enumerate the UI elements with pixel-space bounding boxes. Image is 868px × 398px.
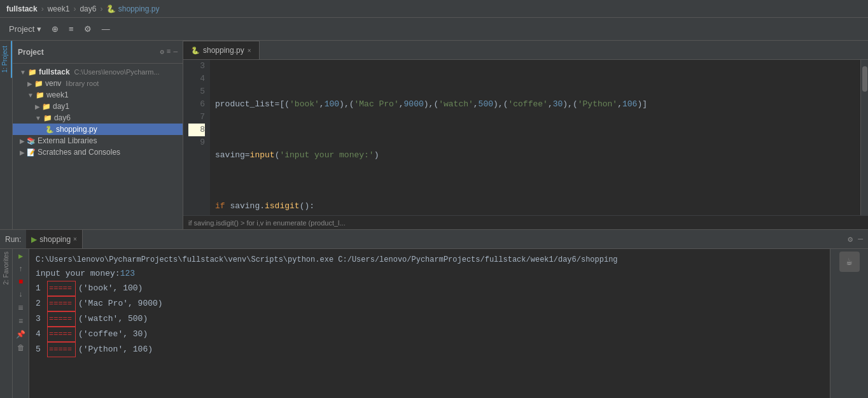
- tree-item-fullstack[interactable]: ▼ 📁 fullstack C:\Users\lenovo\Pycharm...: [13, 66, 183, 78]
- toolbar-icon1[interactable]: ⊕: [48, 22, 62, 36]
- tab-shopping[interactable]: 🐍 shopping.py ×: [183, 41, 260, 59]
- tree-item-scratches[interactable]: ▶ 📝 Scratches and Consoles: [13, 146, 183, 158]
- run-list-btn[interactable]: ≡: [18, 303, 23, 313]
- project-button[interactable]: Project ▾: [5, 22, 45, 36]
- tree-label-week1: week1: [46, 90, 69, 99]
- run-tab-close[interactable]: ×: [73, 236, 77, 243]
- output-row-4: 4 ===== ('coffee', 30): [36, 327, 823, 342]
- toolbar-extra[interactable]: —: [98, 22, 114, 36]
- expand-venv: ▶: [27, 80, 32, 87]
- main-area: 1: Project Project ⚙ ≡ — ▼ 📁 fullstack C…: [0, 41, 868, 229]
- run-tab-shopping[interactable]: ▶ shopping ×: [26, 230, 83, 248]
- tree-item-venv[interactable]: ▶ 📁 venv library root: [13, 78, 183, 89]
- run-tab-label: shopping: [39, 235, 71, 244]
- run-pin-icon[interactable]: —: [858, 234, 863, 245]
- out-num-1: 1: [36, 281, 45, 295]
- code-line-5: if saving.isdigit():: [215, 200, 860, 213]
- run-settings-icon[interactable]: ⚙: [848, 234, 853, 245]
- run-panel: Run: ▶ shopping × ⚙ — 2: Favorites ▶ ↑ ■…: [0, 229, 868, 398]
- project-vert-tab[interactable]: 1: Project: [0, 41, 12, 78]
- breadcrumb: if saving.isdigit() > for i,v in enumera…: [183, 215, 868, 229]
- file-tree: ▼ 📁 fullstack C:\Users\lenovo\Pycharm...…: [13, 64, 183, 229]
- run-sidebar-1: 2: Favorites: [3, 252, 10, 285]
- panel-icon-collapse[interactable]: ≡: [167, 48, 171, 56]
- code-line-4: saving=input('input your money:'): [215, 149, 860, 162]
- out-val-4: ('coffee', 30): [78, 327, 148, 341]
- tab-label-shopping: shopping.py: [203, 46, 244, 55]
- panel-title: Project: [18, 48, 157, 57]
- code-editor: 3 4 5 6 7 8 9 product_list=[('book',100)…: [183, 60, 868, 229]
- tree-label-venv: venv: [45, 79, 61, 88]
- tree-item-day6[interactable]: ▼ 📁 day6: [13, 112, 183, 124]
- toolbar-settings[interactable]: ⚙: [80, 22, 95, 36]
- run-output[interactable]: C:\Users\lenovo\PycharmProjects\fullstac…: [29, 249, 830, 398]
- tab-bar: 🐍 shopping.py ×: [183, 41, 868, 60]
- out-num-5: 5: [36, 343, 45, 357]
- linenum-8: 8: [188, 124, 205, 136]
- tree-label-day6: day6: [54, 113, 71, 122]
- editor-area: 🐍 shopping.py × 3 4 5 6 7 8 9: [183, 41, 868, 229]
- lib-icon: 📚: [27, 137, 36, 145]
- run-format-btn[interactable]: ≡: [18, 317, 23, 326]
- run-tab-play-icon: ▶: [31, 235, 37, 244]
- out-num-4: 4: [36, 327, 45, 341]
- expand-week1: ▼: [27, 92, 34, 99]
- tree-label-fullstack: fullstack: [39, 68, 70, 76]
- panel-header-icons: ⚙ ≡ —: [160, 48, 178, 56]
- folder-icon-week1: 📁: [36, 91, 45, 99]
- expand-fullstack: ▼: [20, 69, 26, 76]
- breadcrumb-text: if saving.isdigit() > for i,v in enumera…: [188, 219, 346, 227]
- folder-icon-fullstack: 📁: [28, 68, 37, 76]
- expand-scratches: ▶: [20, 149, 25, 156]
- coffee-icon[interactable]: ☕: [839, 252, 860, 272]
- run-settings: ⚙ —: [848, 234, 863, 245]
- run-path: C:\Users\lenovo\PycharmProjects\fullstac…: [36, 253, 823, 267]
- run-tab-bar: Run: ▶ shopping × ⚙ —: [0, 230, 868, 249]
- run-down-btn[interactable]: ↓: [18, 290, 23, 299]
- title-fullstack: fullstack: [6, 4, 38, 13]
- out-eq-2: =====: [47, 296, 76, 311]
- tree-label-day1: day1: [53, 102, 69, 111]
- editor-scrollbar-v[interactable]: [860, 60, 868, 215]
- output-row-3: 3 ===== ('watch', 500): [36, 311, 823, 327]
- out-val-1: ('book', 100): [78, 281, 143, 295]
- out-num-3: 3: [36, 312, 45, 326]
- tree-label-shopping: shopping.py: [56, 125, 97, 134]
- out-num-2: 2: [36, 297, 45, 311]
- linenum-6: 6: [188, 98, 205, 111]
- title-week1: week1: [48, 4, 70, 13]
- run-sidebar: 2: Favorites: [0, 249, 13, 398]
- tree-item-day1[interactable]: ▶ 📁 day1: [13, 101, 183, 112]
- title-day6: day6: [80, 4, 96, 13]
- output-row-2: 2 ===== ('Mac Pro', 9000): [36, 296, 823, 311]
- tab-close-shopping[interactable]: ×: [248, 47, 251, 54]
- code-content[interactable]: 3 4 5 6 7 8 9 product_list=[('book',100)…: [183, 60, 868, 215]
- tree-item-week1[interactable]: ▼ 📁 week1: [13, 89, 183, 101]
- panel-icon-close[interactable]: —: [173, 48, 178, 56]
- run-input-line: input your money:123: [36, 267, 823, 281]
- tree-item-shopping[interactable]: 🐍 shopping.py: [13, 124, 183, 135]
- editor-scroll-thumb[interactable]: [862, 66, 867, 92]
- output-row-1: 1 ===== ('book', 100): [36, 281, 823, 296]
- out-val-2: ('Mac Pro', 9000): [78, 297, 163, 311]
- out-eq-3: =====: [47, 311, 76, 327]
- input-value: 123: [120, 269, 135, 278]
- run-trash-btn[interactable]: 🗑: [17, 343, 25, 353]
- out-eq-1: =====: [47, 281, 76, 296]
- toolbar-icon2[interactable]: ≡: [65, 22, 78, 36]
- run-up-btn[interactable]: ↑: [18, 265, 23, 274]
- linenum-4: 4: [188, 73, 205, 85]
- scratch-icon: 📝: [27, 148, 36, 157]
- expand-day1: ▶: [35, 103, 40, 110]
- linenum-9: 9: [188, 136, 205, 149]
- output-row-5: 5 ===== ('Python', 106): [36, 342, 823, 357]
- tree-item-extlibs[interactable]: ▶ 📚 External Libraries: [13, 135, 183, 146]
- folder-icon-day6: 📁: [43, 114, 52, 122]
- run-pin-btn[interactable]: 📌: [16, 330, 25, 339]
- run-stop-btn[interactable]: ■: [18, 278, 23, 287]
- expand-day6: ▼: [35, 115, 41, 122]
- code-lines[interactable]: product_list=[('book',100),('Mac Pro',90…: [210, 60, 860, 215]
- run-play-btn[interactable]: ▶: [18, 252, 23, 261]
- panel-icon-settings[interactable]: ⚙: [160, 48, 164, 56]
- code-line-3: product_list=[('book',100),('Mac Pro',90…: [215, 98, 860, 111]
